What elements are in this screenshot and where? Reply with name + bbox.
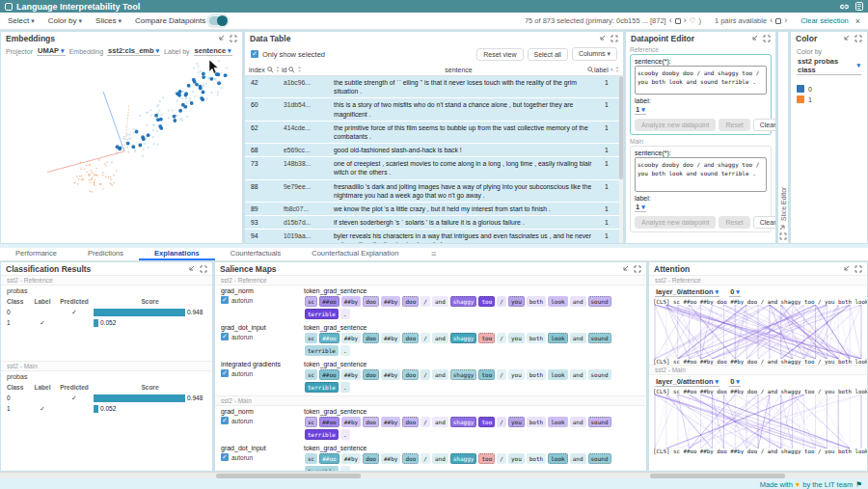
datapoint-dot[interactable] (89, 164, 91, 166)
layer-select[interactable]: layer_0/attention▾ (655, 377, 719, 387)
datapoint-dot[interactable] (86, 165, 88, 167)
label-select[interactable]: 1▾ (635, 203, 646, 212)
close-icon[interactable]: × (855, 16, 860, 26)
salience-token[interactable]: sc (305, 417, 317, 427)
column-header-id[interactable]: id▲▼ (282, 66, 332, 73)
salience-token[interactable]: sc (305, 453, 317, 464)
salience-token[interactable]: ##oo (319, 369, 339, 380)
salience-token[interactable]: and (570, 369, 586, 380)
table-row[interactable]: 73148b38...one of creepiest , scariest m… (245, 157, 623, 179)
datapoint-dot[interactable] (162, 96, 164, 98)
horizontal-scrollbar[interactable] (0, 472, 868, 478)
salience-token[interactable]: sc (305, 296, 317, 307)
datapoint-dot[interactable] (178, 109, 182, 113)
datapoint-dot[interactable] (192, 78, 196, 82)
embedding-select[interactable]: sst2:cls_emb▾ (107, 46, 160, 56)
salience-token[interactable]: ##by (381, 296, 400, 307)
datapoint-dot[interactable] (128, 134, 130, 136)
datapoint-dot[interactable] (200, 70, 202, 72)
salience-token[interactable]: too (478, 369, 495, 380)
datapoint-dot[interactable] (168, 117, 170, 119)
datapoint-dot[interactable] (216, 72, 220, 76)
minimize-icon[interactable] (750, 35, 758, 42)
datapoint-dot[interactable] (142, 155, 144, 157)
minimize-icon[interactable] (217, 35, 225, 42)
classification-row[interactable]: 1✓0.052 (7, 317, 206, 328)
salience-token[interactable]: doo (363, 333, 379, 343)
salience-token[interactable]: you (508, 296, 525, 307)
datapoint-dot[interactable] (173, 115, 176, 119)
datapoint-dot[interactable] (76, 176, 78, 177)
salience-token[interactable]: ##by (341, 369, 361, 380)
datapoint-dot[interactable] (126, 147, 128, 149)
datapoint-dot[interactable] (217, 81, 221, 85)
datapoint-dot[interactable] (110, 178, 112, 180)
datapoint-dot[interactable] (91, 191, 93, 193)
datapoint-dot[interactable] (182, 91, 184, 93)
classification-row[interactable]: 0✓0.948 (7, 307, 206, 317)
salience-token[interactable]: doo (402, 417, 419, 427)
salience-token[interactable]: and (432, 333, 448, 343)
maximize-icon[interactable] (200, 265, 207, 273)
projector-select[interactable]: UMAP▾ (37, 46, 66, 56)
minimize-icon[interactable] (842, 265, 850, 273)
datapoint-dot[interactable] (156, 105, 158, 107)
datapoint-dot[interactable] (193, 68, 195, 69)
datapoint-dot[interactable] (186, 116, 188, 118)
label-by-select[interactable]: sentence▾ (194, 46, 232, 56)
datapoint-dot[interactable] (185, 97, 187, 99)
salience-token[interactable]: / (497, 333, 506, 343)
drag-handle-icon[interactable]: ≡ (431, 249, 436, 258)
salience-token[interactable]: ##by (341, 417, 361, 427)
salience-token[interactable]: both (527, 453, 546, 464)
salience-token[interactable]: and (432, 417, 448, 427)
datapoint-dot[interactable] (161, 114, 163, 116)
salience-token[interactable]: look (548, 296, 567, 307)
datapoint-dot[interactable] (134, 150, 136, 152)
datapoint-dot[interactable] (152, 136, 154, 138)
datapoint-dot[interactable] (95, 179, 96, 181)
datapoint-dot[interactable] (95, 174, 96, 176)
salience-token[interactable]: shaggy (450, 296, 477, 307)
datapoint-dot[interactable] (177, 94, 181, 97)
salience-token[interactable]: look (548, 369, 567, 380)
datapoint-dot[interactable] (127, 151, 129, 153)
datapoint-dot[interactable] (147, 124, 149, 126)
datapoint-dot[interactable] (100, 183, 102, 185)
salience-token[interactable]: terrible (305, 429, 339, 440)
datapoint-dot[interactable] (213, 78, 215, 80)
salience-token[interactable]: ##by (381, 453, 400, 464)
salience-token[interactable]: shaggy (450, 333, 477, 343)
datapoint-dot[interactable] (111, 161, 113, 163)
salience-token[interactable]: and (432, 369, 448, 380)
clear-selection-link[interactable]: Clear selection (800, 16, 849, 25)
salience-token[interactable]: shaggy (450, 369, 477, 380)
slice-editor-collapsed[interactable]: Slice Editor (777, 31, 789, 244)
salience-token[interactable]: you (508, 453, 525, 464)
autorun-checkbox[interactable]: ✓ (221, 296, 229, 304)
datapoint-dot[interactable] (113, 182, 115, 184)
datapoint-dot[interactable] (105, 176, 107, 177)
datapoint-dot[interactable] (147, 133, 150, 137)
prev-datapoint-icon[interactable]: ‹ (669, 16, 672, 25)
head-select[interactable]: 0▾ (729, 287, 741, 297)
datapoint-dot[interactable] (217, 94, 219, 95)
salience-token[interactable]: . (340, 382, 350, 393)
salience-token[interactable]: ##by (341, 296, 361, 307)
datapoint-dot[interactable] (154, 114, 158, 118)
salience-token[interactable]: . (340, 466, 350, 471)
datapoint-dot[interactable] (196, 63, 198, 65)
link-icon[interactable] (839, 3, 850, 11)
datapoint-dot[interactable] (194, 95, 196, 97)
datapoint-dot[interactable] (202, 72, 205, 76)
slices-menu[interactable]: Slices▾ (95, 16, 122, 25)
datapoint-dot[interactable] (145, 143, 147, 145)
datapoint-dot[interactable] (110, 182, 112, 184)
datapoint-dot[interactable] (116, 151, 118, 153)
next-datapoint-icon[interactable]: › (684, 16, 687, 25)
autorun-checkbox[interactable]: ✓ (221, 333, 229, 340)
datapoint-dot[interactable] (113, 175, 115, 177)
salience-token[interactable]: ##by (381, 369, 400, 380)
datapoint-dot[interactable] (203, 83, 204, 85)
salience-token[interactable]: both (527, 296, 546, 307)
